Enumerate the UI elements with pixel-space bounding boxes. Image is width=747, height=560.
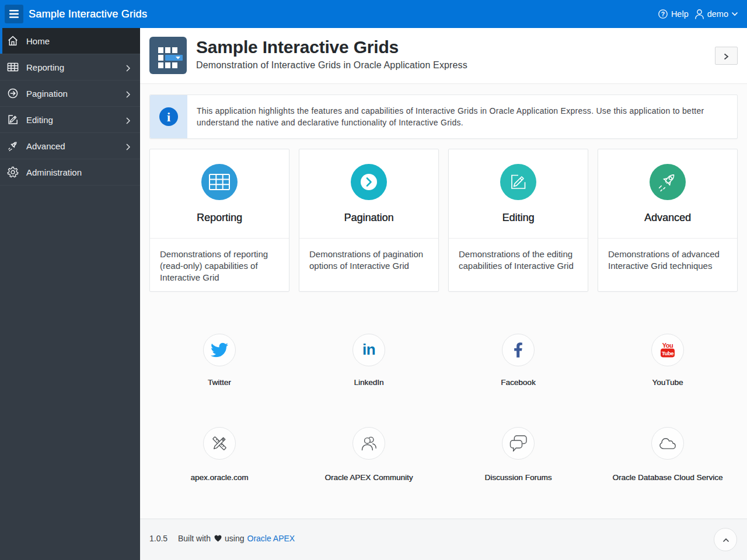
svg-text:in: in (362, 341, 375, 358)
svg-text:You: You (662, 342, 673, 349)
svg-text:Tube: Tube (662, 350, 674, 356)
svg-text:i: i (167, 110, 170, 124)
svg-text:?: ? (661, 10, 665, 18)
